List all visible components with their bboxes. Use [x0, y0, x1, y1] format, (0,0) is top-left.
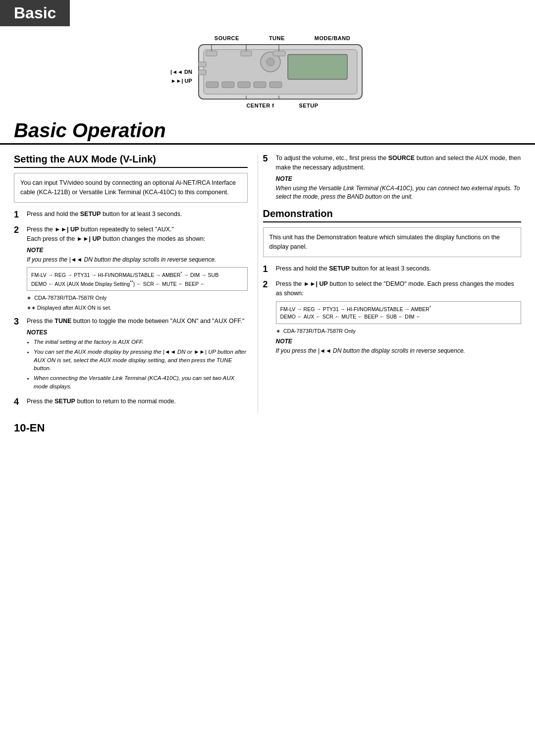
step-5-note-title: NOTE	[276, 174, 521, 183]
demo-flow-box: FM-LV → REG → PTY31 → HI-FI/NORMAL/STABL…	[276, 301, 521, 324]
step-3-text: Press the TUNE button to toggle the mode…	[27, 317, 248, 392]
left-section-title: Setting the AUX Mode (V-Link)	[14, 154, 248, 168]
header-banner: Basic	[0, 0, 70, 26]
demo-asterisk-1: ∗ CDA-7873R/TDA-7587R Only	[276, 327, 521, 335]
svg-point-9	[267, 58, 274, 66]
demonstration-section: Demonstration This unit has the Demonstr…	[263, 208, 521, 355]
step-5-text: To adjust the volume, etc., first press …	[276, 154, 521, 201]
step-2: 2 Press the ►►| UP button repeatedly to …	[14, 225, 248, 312]
demo-step-2: 2 Press the ►►| UP button to select the …	[263, 279, 521, 355]
label-setup: SETUP	[299, 103, 318, 108]
demo-step-1: 1 Press and hold the SETUP button for at…	[263, 264, 521, 275]
label-dn: |◄◄ DN	[170, 69, 192, 75]
right-column: 5 To adjust the volume, etc., first pres…	[258, 154, 521, 413]
svg-rect-12	[273, 51, 285, 56]
demo-info-box: This unit has the Demonstration feature …	[263, 227, 521, 257]
step-2-note-title: NOTE	[27, 246, 248, 255]
demonstration-title: Demonstration	[263, 208, 521, 222]
step-3-note-1: The initial setting at the factory is AU…	[34, 338, 248, 346]
svg-rect-19	[199, 70, 206, 75]
step-5: 5 To adjust the volume, etc., first pres…	[263, 154, 521, 201]
step-2-note-text: If you press the |◄◄ DN button the displ…	[27, 256, 248, 264]
demo-step-2-text: Press the ►►| UP button to select the "D…	[276, 279, 521, 355]
diagram-top-labels: SOURCE TUNE MODE/BAND	[185, 35, 350, 41]
step-3-notes-title: NOTES	[27, 328, 248, 337]
demo-step-2-note-title: NOTE	[276, 337, 521, 346]
main-content: Setting the AUX Mode (V-Link) You can in…	[0, 145, 535, 413]
flow-line-1: FM-LV → REG → PTY31 → HI-FI/NORMAL/STABL…	[31, 270, 243, 279]
step-3-notes-list: The initial setting at the factory is AU…	[27, 338, 248, 390]
step-3-number: 3	[14, 317, 25, 327]
svg-rect-6	[254, 82, 266, 88]
demo-step-1-number: 1	[263, 264, 274, 275]
left-column: Setting the AUX Mode (V-Link) You can in…	[14, 154, 258, 413]
demo-step-2-note-text: If you press the |◄◄ DN button the displ…	[276, 347, 521, 355]
diagram-area: SOURCE TUNE MODE/BAND |◄◄ DN ►►| UP	[144, 35, 391, 108]
flow-line-2: DEMO ← AUX (AUX Mode Display Setting**) …	[31, 279, 243, 288]
header-area: Basic SOURCE TUNE MODE/BAND |◄◄ DN ►►| U…	[0, 0, 535, 113]
page-title-section: Basic Operation	[0, 113, 535, 145]
step-4-number: 4	[14, 397, 25, 408]
svg-rect-10	[206, 51, 217, 56]
demo-info-text: This unit has the Demonstration feature …	[269, 234, 500, 250]
step-3-note-2: You can set the AUX mode display by pres…	[34, 348, 248, 373]
diagram-bottom-labels: CENTER f SETUP	[216, 103, 318, 108]
label-center-f: CENTER f	[246, 103, 274, 108]
step-3-note-3: When connecting the Versatile Link Termi…	[34, 374, 248, 390]
step-2-flow-box: FM-LV → REG → PTY31 → HI-FI/NORMAL/STABL…	[27, 267, 248, 291]
demo-flow-line-1: FM-LV → REG → PTY31 → HI-FI/NORMAL/STABL…	[280, 304, 517, 313]
svg-rect-2	[288, 54, 347, 79]
footer: 10-EN	[0, 413, 535, 439]
step-4: 4 Press the SETUP button to return to th…	[14, 397, 248, 408]
step-2-asterisk-1: ∗ CDA-7873R/TDA-7587R Only	[27, 294, 248, 302]
label-tune: TUNE	[269, 35, 285, 41]
label-mode-band: MODE/BAND	[315, 35, 350, 41]
radio-diagram-svg	[196, 42, 365, 102]
step-4-text: Press the SETUP button to return to the …	[27, 397, 248, 406]
aux-info-text: You can input TV/video sound by connecti…	[20, 179, 236, 196]
svg-rect-11	[241, 51, 252, 56]
step-5-note-text: When using the Versatile Link Terminal (…	[276, 184, 521, 202]
demo-step-2-number: 2	[263, 279, 274, 290]
label-up: ►►| UP	[171, 78, 192, 84]
diagram-center: |◄◄ DN ►►| UP	[170, 42, 365, 102]
step-2-asterisk-2: ∗∗ Displayed after AUX ON is set.	[27, 304, 248, 312]
diagram-left-labels: |◄◄ DN ►►| UP	[170, 60, 192, 84]
label-source: SOURCE	[214, 35, 239, 41]
step-1: 1 Press and hold the SETUP button for at…	[14, 210, 248, 220]
svg-rect-4	[222, 82, 234, 88]
page-number: 10-EN	[14, 422, 45, 434]
page-title: Basic Operation	[14, 119, 521, 143]
step-1-number: 1	[14, 210, 25, 220]
svg-rect-3	[206, 82, 218, 88]
step-5-number: 5	[263, 154, 274, 164]
step-3: 3 Press the TUNE button to toggle the mo…	[14, 317, 248, 392]
aux-info-box: You can input TV/video sound by connecti…	[14, 173, 248, 203]
demo-step-1-text: Press and hold the SETUP button for at l…	[276, 264, 521, 273]
demo-flow-line-2: DEMO ← AUX ← SCR ← MUTE ← BEEP ← SUB ← D…	[280, 313, 517, 321]
step-2-text: Press the ►►| UP button repeatedly to se…	[27, 225, 248, 312]
svg-rect-18	[199, 62, 206, 67]
svg-rect-7	[269, 82, 282, 88]
step-2-number: 2	[14, 225, 25, 236]
svg-rect-5	[238, 82, 250, 88]
step-1-text: Press and hold the SETUP button for at l…	[27, 210, 248, 219]
header-banner-text: Basic	[14, 4, 56, 22]
